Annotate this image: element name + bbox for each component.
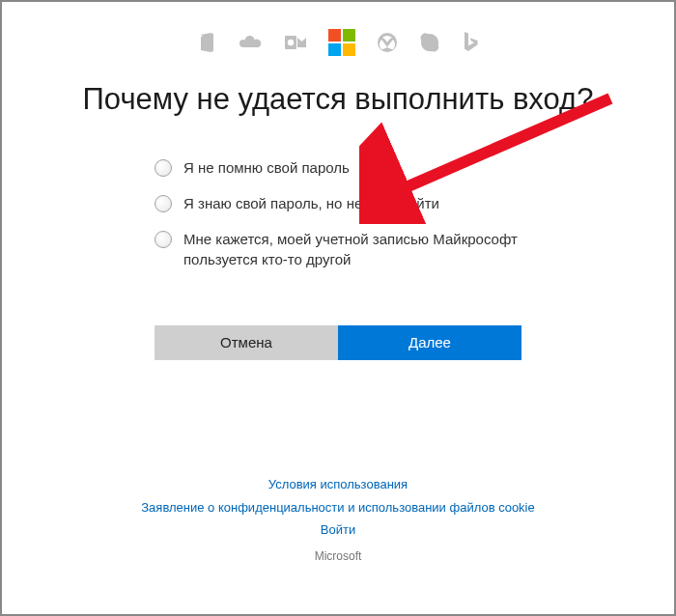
option-someone-else-using[interactable]: Мне кажется, моей учетной записью Майкро… <box>155 229 521 269</box>
cancel-button[interactable]: Отмена <box>155 325 338 360</box>
radio-icon[interactable] <box>155 159 172 177</box>
svg-point-1 <box>288 40 294 45</box>
privacy-link[interactable]: Заявление о конфиденциальности и использ… <box>141 500 534 515</box>
radio-icon[interactable] <box>155 195 172 212</box>
radio-icon[interactable] <box>155 231 172 248</box>
option-label: Я не помню свой пароль <box>183 157 350 178</box>
signin-link[interactable]: Войти <box>321 522 355 537</box>
office-icon <box>197 32 216 53</box>
reason-options: Я не помню свой пароль Я знаю свой парол… <box>155 157 521 269</box>
option-forgot-password[interactable]: Я не помню свой пароль <box>155 157 521 178</box>
xbox-icon <box>377 32 398 53</box>
skype-icon <box>419 32 440 53</box>
page-title: Почему не удается выполнить вход? <box>2 81 674 119</box>
footer-company: Microsoft <box>2 546 674 568</box>
option-label: Я знаю свой пароль, но не могу войти <box>183 193 439 213</box>
next-button[interactable]: Далее <box>338 325 521 360</box>
option-label: Мне кажется, моей учетной записью Майкро… <box>183 229 521 269</box>
button-row: Отмена Далее <box>155 325 521 360</box>
onedrive-icon <box>238 34 263 51</box>
outlook-icon <box>284 33 307 52</box>
service-icon-rail <box>2 2 674 58</box>
option-know-password-cant-signin[interactable]: Я знаю свой пароль, но не могу войти <box>155 193 521 213</box>
microsoft-logo-icon <box>328 29 355 56</box>
bing-icon <box>462 31 479 54</box>
terms-link[interactable]: Условия использования <box>268 477 408 491</box>
footer: Условия использования Заявление о конфид… <box>2 473 674 568</box>
